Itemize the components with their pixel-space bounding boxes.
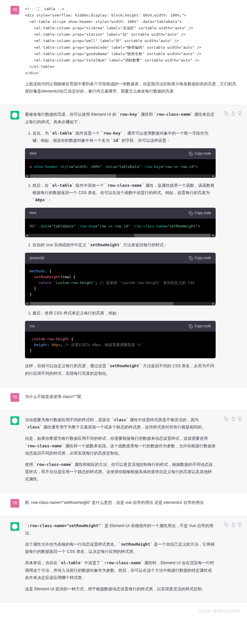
- user-avatar: TB: [10, 6, 19, 15]
- ordered-list: 首先，为 `el-table` 组件设置一个 `row-key`，通常可以使用数…: [25, 130, 216, 144]
- user-message: TB 为什么不能直接使用 class=""呢: [0, 387, 247, 410]
- thumbs-down-icon[interactable]: [238, 522, 242, 597]
- paragraph: 当你想要为每行数据应用不同的样式时，直接在 `class` 属性中设置样式类是不…: [25, 416, 216, 431]
- list-item: 在你的 Vue 实例或组件中定义 `setRowHeight` 方法来返回每行的…: [33, 241, 216, 249]
- copy-icon[interactable]: [224, 522, 228, 597]
- code-block: html Copy code 0%" :data="tableData" :ro…: [25, 208, 216, 237]
- svg-rect-5: [226, 418, 228, 421]
- user-question: 为什么不能直接使用 class=""呢: [25, 393, 237, 400]
- user-message: TB 那 :row-class-name="setRowHeight" 是什么意…: [0, 493, 247, 516]
- svg-rect-3: [190, 326, 192, 328]
- message-actions: [224, 111, 242, 381]
- scroll-left-icon[interactable]: ◀: [25, 234, 29, 237]
- horizontal-scrollbar[interactable]: ◀▶: [25, 302, 216, 305]
- code-content[interactable]: e show-header style="width: 100%" :data=…: [25, 159, 216, 174]
- scroll-left-icon[interactable]: ◀: [25, 302, 29, 305]
- thumbs-up-icon[interactable]: [231, 111, 235, 381]
- assistant-message: `:row-class-name="setRowHeight"` 是 Eleme…: [0, 516, 247, 603]
- assistant-avatar: [10, 522, 19, 531]
- assistant-avatar: [10, 416, 19, 425]
- svg-rect-2: [190, 258, 192, 260]
- user-question: 上面这段代码让我能够在页面中看到各个字段组成的一张数据表，但是我没法控制显示每条…: [25, 80, 237, 95]
- paragraph: 这是 Element UI 提供的一种方式，用于根据数据动态设置每行的样式类，以…: [25, 585, 216, 593]
- code-content[interactable]: 0%" :data="tableData" :row-key="row => r…: [25, 219, 216, 234]
- svg-rect-4: [226, 113, 228, 115]
- assistant-message: 当你想要为每行数据应用不同的样式时，直接在 `class` 属性中设置样式类是不…: [0, 410, 247, 493]
- paragraph: 但是，如果你希望为每行数据应用不同的样式，你需要根据每行的数据来动态设置样式，这…: [25, 435, 216, 457]
- copy-icon[interactable]: [224, 111, 228, 381]
- code-block: css Copy code .custom-row-height { heigh…: [25, 321, 216, 359]
- thumbs-up-icon[interactable]: [231, 522, 235, 597]
- inline-code: `row-class-name`: [154, 112, 193, 117]
- scroll-right-icon[interactable]: ▶: [212, 302, 216, 305]
- code-block: javascript Copy code methods: { setRowHe…: [25, 253, 216, 305]
- list-item: 然后，在 `el-table` 组件中添加一个 `row-class-name`…: [33, 182, 216, 204]
- user-message: TB <!-- 二、table --> <div style="overflow…: [0, 0, 247, 105]
- paragraph: 这样，你就可以自定义每行的高度，通过设置 `setRowHeight` 方法返回…: [25, 362, 216, 377]
- copy-code-button[interactable]: Copy code: [189, 151, 211, 157]
- copy-code-button[interactable]: Copy code: [189, 255, 211, 261]
- horizontal-scrollbar[interactable]: ◀▶: [25, 234, 216, 237]
- paragraph: 具体来说，当你在 `el-table` 中设置了 `:row-class-nam…: [25, 559, 216, 581]
- code-content[interactable]: .custom-row-height { height: 40px; /* 设置…: [25, 332, 216, 358]
- scroll-right-icon[interactable]: ▶: [212, 174, 216, 178]
- paragraph: 要修改每行数据的高度，你可以使用 Element UI 的 `row-key` …: [25, 111, 216, 125]
- copy-icon[interactable]: [224, 416, 228, 487]
- paragraph: 这个属性允许你为表格的每一行动态设置样式类名。`setRowHeight` 是一…: [25, 541, 216, 555]
- thumbs-up-icon[interactable]: [231, 416, 235, 487]
- scroll-right-icon[interactable]: ▶: [212, 234, 216, 237]
- assistant-message: 要修改每行数据的高度，你可以使用 Element UI 的 `row-key` …: [0, 105, 247, 387]
- assistant-avatar: [10, 111, 19, 120]
- user-avatar: TB: [10, 393, 19, 402]
- scroll-left-icon[interactable]: ◀: [25, 174, 29, 178]
- code-content[interactable]: methods: { setRowHeight(row) { return 'c…: [25, 264, 216, 302]
- user-code-block: <!-- 二、table --> <div style="overflow: h…: [25, 6, 237, 76]
- ordered-list: 然后，在 `el-table` 组件中添加一个 `row-class-name`…: [25, 182, 216, 204]
- code-lang-label: html: [30, 210, 36, 216]
- paragraph: 使用 `row-class-name` 属性和相应的方法，你可以更灵活地控制每行…: [25, 461, 216, 483]
- inline-code: `row-key`: [118, 112, 140, 117]
- message-actions: [224, 416, 242, 487]
- copy-code-button[interactable]: Copy code: [189, 323, 211, 330]
- svg-rect-0: [190, 153, 192, 155]
- code-lang-label: javascript: [30, 255, 44, 261]
- code-lang-label: css: [30, 323, 35, 330]
- svg-rect-6: [226, 524, 228, 527]
- list-item: 最后，使用 CSS 样式来定义每行的高度，例如：: [33, 310, 216, 317]
- user-question: 那 :row-class-name="setRowHeight" 是什么意思，这…: [25, 499, 237, 506]
- thumbs-down-icon[interactable]: [238, 416, 242, 487]
- watermark: CSDN @MicroLindb: [0, 603, 247, 619]
- code-block: html Copy code e show-header style="widt…: [25, 148, 216, 178]
- ordered-list: 在你的 Vue 实例或组件中定义 `setRowHeight` 方法来返回每行的…: [25, 241, 216, 249]
- ordered-list: 最后，使用 CSS 样式来定义每行的高度，例如：: [25, 310, 216, 317]
- svg-rect-1: [190, 213, 192, 215]
- list-item: 首先，为 `el-table` 组件设置一个 `row-key`，通常可以使用数…: [33, 130, 216, 144]
- thumbs-down-icon[interactable]: [238, 111, 242, 381]
- copy-code-button[interactable]: Copy code: [189, 210, 211, 216]
- code-lang-label: html: [30, 151, 36, 157]
- paragraph: `:row-class-name="setRowHeight"` 是 Eleme…: [25, 522, 216, 537]
- user-avatar: TB: [10, 499, 19, 508]
- horizontal-scrollbar[interactable]: ◀▶: [25, 174, 216, 178]
- message-actions: [224, 522, 242, 597]
